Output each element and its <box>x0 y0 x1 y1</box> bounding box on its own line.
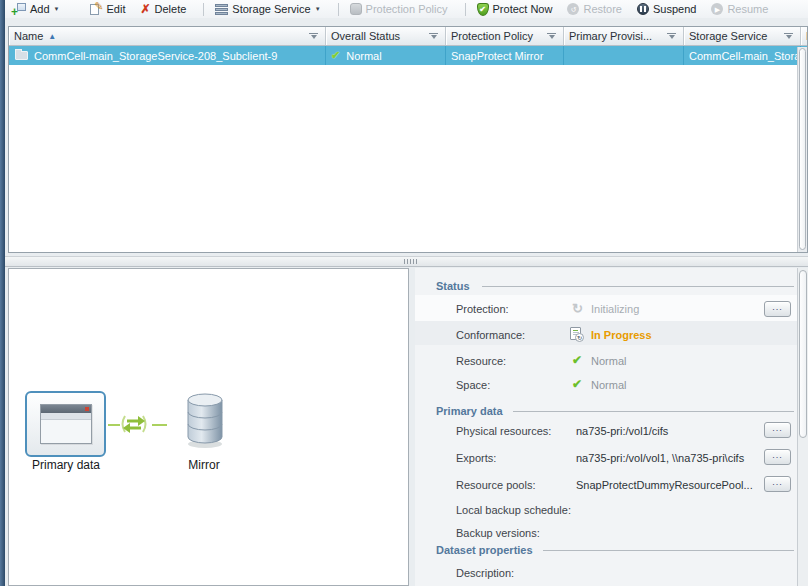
restore-label: Restore <box>583 3 622 15</box>
restore-icon: ↺ <box>567 3 579 15</box>
resource-pools-more-button[interactable]: ... <box>764 476 791 492</box>
protection-policy-label: Protection Policy <box>366 3 448 15</box>
window-close-icon <box>85 407 89 411</box>
protection-policy-icon <box>350 3 362 15</box>
storage-service-label: Storage Service <box>232 3 310 15</box>
add-button[interactable]: + Add ▼ <box>11 3 60 16</box>
column-header-clipped[interactable]: E <box>801 27 808 45</box>
exports-label: Exports: <box>456 452 496 464</box>
horizontal-splitter[interactable] <box>5 256 808 267</box>
datasets-table: Name ▲ Overall Status Protection Policy … <box>8 26 808 253</box>
toolbar-separator <box>338 3 339 16</box>
exports-more-button[interactable]: ... <box>764 449 791 465</box>
filter-icon[interactable] <box>782 31 795 41</box>
local-backup-schedule-label: Local backup schedule: <box>456 504 571 516</box>
suspend-label: Suspend <box>653 3 696 15</box>
resource-pools-value: SnapProtectDummyResourcePool... <box>576 479 753 491</box>
column-header-name[interactable]: Name ▲ <box>9 27 326 45</box>
column-header-primary-provisioning[interactable]: Primary Provisi... <box>564 27 684 45</box>
protection-policy-button: Protection Policy <box>350 3 448 15</box>
resource-pools-label: Resource pools: <box>456 479 536 491</box>
column-header-overall-status[interactable]: Overall Status <box>326 27 446 45</box>
delete-icon: ✗ <box>141 3 151 15</box>
space-value: Normal <box>591 379 626 391</box>
conformance-label: Conformance: <box>456 329 525 341</box>
primary-data-node[interactable] <box>25 391 106 457</box>
table-scrollbar-thumb[interactable] <box>799 48 806 250</box>
space-label: Space: <box>456 379 490 391</box>
protection-label: Protection: <box>456 303 509 315</box>
column-header-storage-service[interactable]: Storage Service <box>684 27 801 45</box>
mirror-sync-icon <box>118 411 150 437</box>
filter-icon[interactable] <box>545 31 558 41</box>
sort-ascending-icon: ▲ <box>48 32 56 41</box>
pause-icon <box>637 3 649 15</box>
refresh-badge-icon: ↻ <box>575 333 584 342</box>
protect-now-shield-icon: ✔ <box>477 3 489 16</box>
storage-service-icon <box>215 4 228 15</box>
connector-line <box>152 424 167 426</box>
protection-more-button[interactable]: ... <box>764 301 791 317</box>
cell-name: CommCell-main_StorageService-208_Subclie… <box>9 46 326 65</box>
table-header-row: Name ▲ Overall Status Protection Policy … <box>9 27 807 46</box>
check-icon: ✔ <box>572 354 582 366</box>
check-icon: ✔ <box>331 49 340 62</box>
topology-diagram-panel: Primary data Mirror <box>8 268 409 586</box>
in-progress-icon: ↻ <box>570 327 581 340</box>
details-scrollbar-thumb[interactable] <box>799 270 807 438</box>
section-rule <box>513 411 794 412</box>
chevron-down-icon: ▼ <box>315 6 321 12</box>
table-row[interactable]: CommCell-main_StorageService-208_Subclie… <box>9 46 807 65</box>
table-vertical-scrollbar[interactable] <box>797 47 807 252</box>
primary-data-node-label: Primary data <box>17 458 115 472</box>
toolbar: + Add ▼ ✎ Edit ✗ Delete Storage Service … <box>5 0 808 18</box>
add-icon: + <box>11 3 26 16</box>
resource-label: Resource: <box>456 355 506 367</box>
cell-overall-status: ✔ Normal <box>326 46 446 65</box>
edit-button[interactable]: ✎ Edit <box>89 3 126 16</box>
section-rule <box>543 550 794 551</box>
filter-icon[interactable] <box>427 31 440 41</box>
protection-value: Initializing <box>591 303 639 315</box>
resume-label: Resume <box>727 3 768 15</box>
protect-now-button[interactable]: ✔ Protect Now <box>477 3 553 16</box>
restore-button: ↺ Restore <box>567 3 622 15</box>
left-pane-edge <box>0 0 5 586</box>
cell-primary-provisioning <box>564 46 684 65</box>
physical-resources-more-button[interactable]: ... <box>764 422 791 438</box>
exports-value: na735-pri:/vol/vol1, \\na735-pri\cifs <box>576 452 744 464</box>
details-vertical-scrollbar[interactable] <box>797 268 808 586</box>
status-section-title: Status <box>436 280 470 292</box>
splitter-grip-icon <box>404 259 417 264</box>
filter-icon[interactable] <box>665 31 678 41</box>
primary-data-section-title: Primary data <box>436 405 503 417</box>
delete-button-label: Delete <box>155 3 187 15</box>
edit-button-label: Edit <box>107 3 126 15</box>
description-label: Description: <box>456 567 514 579</box>
folder-icon <box>15 51 28 60</box>
mirror-node-label: Mirror <box>171 458 237 472</box>
cell-protection-policy: SnapProtect Mirror <box>446 46 564 65</box>
column-header-protection-policy[interactable]: Protection Policy <box>446 27 564 45</box>
physical-resources-value: na735-pri:/vol1/cifs <box>576 425 668 437</box>
delete-button[interactable]: ✗ Delete <box>141 3 187 15</box>
dataset-properties-section-title: Dataset properties <box>436 544 533 556</box>
play-icon: ▶ <box>711 3 723 15</box>
suspend-button[interactable]: Suspend <box>637 3 696 15</box>
cell-storage-service: CommCell-main_Stora... <box>684 46 801 65</box>
section-rule <box>482 286 794 287</box>
toolbar-separator <box>203 3 204 16</box>
toolbar-separator <box>465 3 466 16</box>
add-button-label: Add <box>30 3 50 15</box>
mirror-database-icon[interactable] <box>184 390 228 450</box>
protect-now-label: Protect Now <box>493 3 553 15</box>
storage-service-button[interactable]: Storage Service ▼ <box>215 3 320 15</box>
application-window-icon <box>40 404 92 444</box>
details-panel: Status Protection: ↻ Initializing ... Co… <box>415 268 808 586</box>
edit-icon: ✎ <box>89 3 103 16</box>
resource-value: Normal <box>591 355 626 367</box>
conformance-value: In Progress <box>591 329 652 341</box>
physical-resources-label: Physical resources: <box>456 425 551 437</box>
resume-button: ▶ Resume <box>711 3 768 15</box>
filter-icon[interactable] <box>307 31 320 41</box>
